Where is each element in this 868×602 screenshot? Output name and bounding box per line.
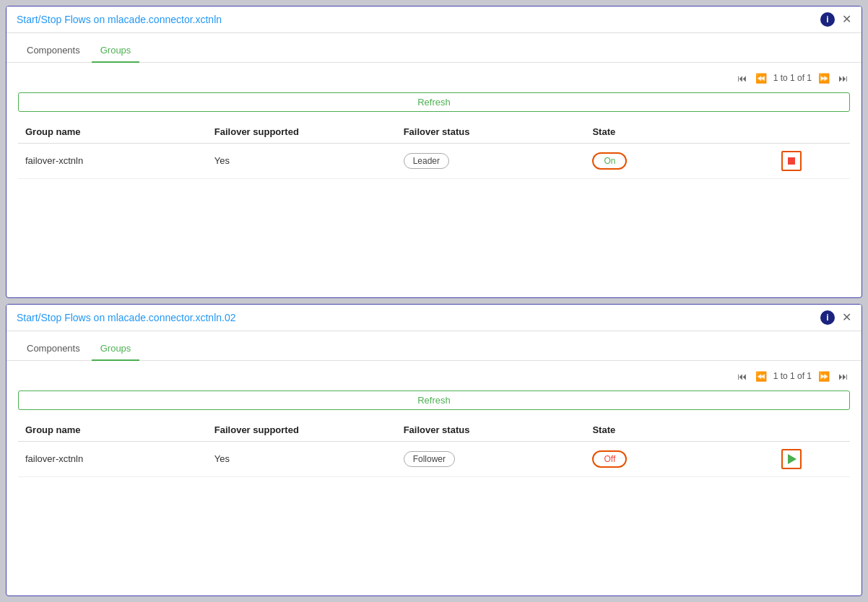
info-icon-1[interactable]: i [820,12,835,27]
table-2-head: Group name Failover supported Failover s… [18,419,850,442]
tab-1-components[interactable]: Components [18,39,89,63]
table-row: failover-xctnln Yes Leader On [18,143,850,178]
cell-group-name-1: failover-xctnln [18,143,207,178]
dialog-1-title-host: mlacade.connector.xctnln [108,14,222,25]
refresh-btn-2[interactable]: Refresh [18,391,850,410]
state-toggle-off-2[interactable]: Off [592,450,627,468]
cell-state-1: On [585,143,774,178]
dialog-2: Start/Stop Flows on mlacade.connector.xc… [6,304,862,596]
dialog-2-table-area: ⏮ ⏪ 1 to 1 of 1 ⏩ ⏭ Refresh Group name F… [6,361,862,596]
last-page-btn-1[interactable]: ⏭ [836,71,850,85]
dialog-2-header: Start/Stop Flows on mlacade.connector.xc… [6,305,862,331]
cell-action-1 [774,143,850,178]
table-row: failover-xctnln Yes Follower Off [18,441,850,476]
failover-status-badge-1: Leader [404,153,449,169]
info-icon-2[interactable]: i [820,310,835,325]
table-2-header-row: Group name Failover supported Failover s… [18,419,850,442]
col-header-state-2: State [585,419,774,442]
col-header-action-2 [774,419,850,442]
next-page-btn-2[interactable]: ⏩ [816,370,832,383]
dialog-1-table-area: ⏮ ⏪ 1 to 1 of 1 ⏩ ⏭ Refresh Group name F… [6,63,862,298]
col-header-state-1: State [585,121,774,144]
close-icon-2[interactable]: ✕ [842,312,851,323]
play-button-2[interactable] [781,449,802,469]
cell-failover-status-2: Follower [396,441,586,476]
failover-status-badge-2: Follower [404,451,455,467]
dialog-2-title-prefix: Start/Stop Flows on [17,312,108,323]
dialog-1-header: Start/Stop Flows on mlacade.connector.xc… [6,6,862,33]
pagination-text-2: 1 to 1 of 1 [773,371,812,381]
dialog-2-title-host: mlacade.connector.xctnln.02 [108,312,235,323]
col-header-failover-status-2: Failover status [396,419,586,442]
table-2-body: failover-xctnln Yes Follower Off [18,441,850,476]
play-icon-2 [788,454,797,464]
col-header-failover-supported-2: Failover supported [207,419,396,442]
col-header-failover-status-1: Failover status [396,121,586,144]
table-2: Group name Failover supported Failover s… [18,419,850,477]
cell-failover-supported-2: Yes [207,441,396,476]
prev-page-btn-1[interactable]: ⏪ [753,71,769,85]
cell-group-name-2: failover-xctnln [18,441,207,476]
table-1: Group name Failover supported Failover s… [18,121,850,179]
col-header-action-1 [774,121,850,144]
dialog-2-header-actions: i ✕ [820,310,851,325]
cell-failover-supported-1: Yes [207,143,396,178]
cell-failover-status-1: Leader [396,143,586,178]
tab-2-components[interactable]: Components [18,337,89,361]
dialog-1-header-actions: i ✕ [820,12,851,27]
cell-state-2: Off [585,441,774,476]
col-header-failover-supported-1: Failover supported [207,121,396,144]
next-page-btn-1[interactable]: ⏩ [816,71,832,85]
col-header-group-name-1: Group name [18,121,207,144]
table-1-body: failover-xctnln Yes Leader On [18,143,850,178]
pagination-text-1: 1 to 1 of 1 [773,73,812,83]
dialog-2-title: Start/Stop Flows on mlacade.connector.xc… [17,312,236,323]
close-icon-1[interactable]: ✕ [842,14,851,25]
stop-button-1[interactable] [781,151,802,171]
last-page-btn-2[interactable]: ⏭ [836,370,850,383]
dialog-1-title: Start/Stop Flows on mlacade.connector.xc… [17,14,222,25]
dialog-1-tabs: Components Groups [6,33,862,63]
state-toggle-on-1[interactable]: On [592,152,627,170]
dialog-1: Start/Stop Flows on mlacade.connector.xc… [6,6,862,298]
dialog-2-body: Components Groups ⏮ ⏪ 1 to 1 of 1 ⏩ ⏭ Re… [6,331,862,596]
cell-action-2 [774,441,850,476]
refresh-btn-1[interactable]: Refresh [18,92,850,112]
tab-1-groups[interactable]: Groups [92,39,140,63]
stop-icon-1 [788,157,795,165]
col-header-group-name-2: Group name [18,419,207,442]
table-1-header-row: Group name Failover supported Failover s… [18,121,850,144]
first-page-btn-1[interactable]: ⏮ [735,71,749,85]
table-1-head: Group name Failover supported Failover s… [18,121,850,144]
dialog-1-title-prefix: Start/Stop Flows on [17,14,108,25]
prev-page-btn-2[interactable]: ⏪ [753,370,769,383]
dialog-1-body: Components Groups ⏮ ⏪ 1 to 1 of 1 ⏩ ⏭ Re… [6,33,862,297]
tab-2-groups[interactable]: Groups [92,337,140,361]
dialog-2-tabs: Components Groups [6,331,862,361]
dialog-1-pagination: ⏮ ⏪ 1 to 1 of 1 ⏩ ⏭ [18,71,850,85]
first-page-btn-2[interactable]: ⏮ [735,370,749,383]
dialog-2-pagination: ⏮ ⏪ 1 to 1 of 1 ⏩ ⏭ [18,370,850,383]
